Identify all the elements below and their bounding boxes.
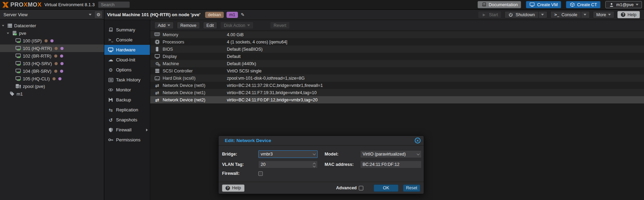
storage-icon bbox=[16, 84, 21, 89]
tree-item-vm-101[interactable]: 101 (HQ-RTR) bbox=[0, 44, 104, 52]
shutdown-button[interactable]: Shutdown bbox=[504, 11, 547, 18]
bridge-combobox[interactable]: vmbr3 bbox=[258, 150, 318, 158]
create-vm-button[interactable]: Create VM bbox=[526, 1, 561, 8]
dialog-help-button[interactable]: ? Help bbox=[222, 184, 244, 192]
add-button[interactable]: Add bbox=[154, 22, 174, 29]
documentation-button[interactable]: Documentation bbox=[478, 1, 521, 8]
ok-button[interactable]: OK bbox=[374, 184, 398, 192]
tree-item-vm-105[interactable]: 105 (HQ-CLI) bbox=[0, 75, 104, 82]
floppy-icon bbox=[108, 97, 114, 102]
console-menu-arrow[interactable] bbox=[581, 11, 586, 18]
tab-permissions[interactable]: Permissions bbox=[104, 135, 150, 145]
tab-monitor[interactable]: Monitor bbox=[104, 85, 150, 95]
top-bar: PROXMOX Virtual Environment 8.1.3 Docume… bbox=[0, 0, 644, 10]
hw-row-bios[interactable]: BIOS Default (SeaBIOS) bbox=[150, 46, 644, 53]
chevron-right-icon bbox=[146, 129, 148, 131]
tree-item-vm-100[interactable]: 100 (ISP) bbox=[0, 37, 104, 44]
gear-icon: ⚙ bbox=[108, 67, 114, 72]
tree-item-vm-102[interactable]: 102 (BR-RTR) bbox=[0, 52, 104, 60]
hw-row-hard-disk[interactable]: Hard Disk (scsi0) zpool:vm-101-disk-0,io… bbox=[150, 74, 644, 82]
tree-item-tag-m1[interactable]: m1 bbox=[0, 90, 104, 98]
tag-chip-m1: m1 bbox=[227, 12, 238, 18]
view-selector[interactable]: Server View ⚙ bbox=[0, 10, 104, 20]
tab-task-history[interactable]: Task History bbox=[104, 75, 150, 85]
advanced-checkbox[interactable] bbox=[359, 186, 363, 190]
firewall-label: Firewall: bbox=[222, 171, 258, 176]
vm-running-icon bbox=[16, 53, 21, 59]
tree-item-storage-zpool[interactable]: zpool (pve) bbox=[0, 82, 104, 90]
tag-chip-debian: debian bbox=[205, 12, 224, 18]
tag-dot bbox=[60, 54, 63, 58]
monitor-icon bbox=[108, 47, 114, 52]
hw-row-display[interactable]: Display Default bbox=[150, 53, 644, 60]
chevron-down-icon bbox=[313, 152, 316, 155]
tag-dot bbox=[54, 54, 57, 58]
close-icon[interactable]: × bbox=[415, 138, 421, 143]
memory-icon bbox=[154, 32, 160, 37]
edit-button[interactable]: Edit bbox=[203, 22, 218, 29]
mac-address-label: MAC address: bbox=[325, 162, 360, 167]
mac-address-input[interactable] bbox=[363, 162, 419, 167]
hw-row-net1[interactable]: ⇄ Network Device (net1) virtio=BC:24:11:… bbox=[150, 89, 644, 96]
spinner-arrows[interactable] bbox=[313, 162, 315, 167]
hw-row-net0[interactable]: ⇄ Network Device (net0) virtio=BC:24:11:… bbox=[150, 82, 644, 89]
shutdown-menu-arrow[interactable] bbox=[538, 11, 544, 18]
hw-row-processors[interactable]: Processors 4 (1 sockets, 4 cores) [qemu6… bbox=[150, 38, 644, 46]
hw-row-net2[interactable]: ⇄ Network Device (net2) virtio=BC:24:11:… bbox=[150, 96, 644, 103]
view-selector-label: Server View bbox=[3, 12, 86, 17]
tab-firewall[interactable]: Firewall bbox=[104, 125, 150, 135]
dialog-header[interactable]: Edit: Network Device × bbox=[219, 136, 424, 146]
start-button[interactable]: ▶ Start bbox=[478, 11, 501, 18]
mac-address-field[interactable] bbox=[360, 161, 422, 168]
expander-icon[interactable] bbox=[7, 31, 10, 35]
cube-icon bbox=[569, 2, 575, 7]
logo-text: PROXMOX bbox=[10, 1, 41, 8]
revert-button[interactable]: Revert bbox=[270, 22, 290, 29]
firewall-checkbox[interactable] bbox=[258, 171, 263, 176]
gears-icon: ⚙⚙ bbox=[154, 61, 160, 66]
sidebar-gear-button[interactable]: ⚙ bbox=[94, 11, 103, 19]
tab-hardware[interactable]: Hardware bbox=[104, 45, 150, 55]
monitor-icon bbox=[529, 2, 535, 7]
expander-icon[interactable] bbox=[2, 24, 5, 27]
tab-replication[interactable]: ⇆ Replication bbox=[104, 105, 150, 115]
user-menu-button[interactable]: m1@pve bbox=[605, 1, 642, 8]
vlan-tag-input[interactable] bbox=[261, 162, 313, 167]
tree-item-node-pve[interactable]: pve bbox=[0, 29, 104, 37]
tree-item-vm-103[interactable]: 103 (HQ-SRV) bbox=[0, 60, 104, 67]
reset-button[interactable]: Reset bbox=[403, 184, 420, 192]
proxmox-app: PROXMOX Virtual Environment 8.1.3 Docume… bbox=[0, 0, 644, 200]
terminal-icon: >_ bbox=[108, 37, 114, 42]
create-ct-button[interactable]: Create CT bbox=[566, 1, 600, 8]
hw-row-scsi-controller[interactable]: SCSI Controller VirtIO SCSI single bbox=[150, 67, 644, 74]
tree-item-vm-104[interactable]: 104 (BR-SRV) bbox=[0, 67, 104, 75]
search-input[interactable] bbox=[98, 1, 130, 8]
help-button[interactable]: ? Help bbox=[617, 11, 640, 18]
node-icon bbox=[12, 31, 17, 36]
tag-dot bbox=[60, 47, 64, 50]
edit-tags-pencil-icon[interactable]: ✎ bbox=[241, 12, 244, 17]
tab-snapshots[interactable]: ↺ Snapshots bbox=[104, 115, 150, 125]
power-icon bbox=[508, 12, 513, 17]
hw-row-machine[interactable]: ⚙⚙ Machine Default (i440fx) bbox=[150, 60, 644, 67]
hw-row-memory[interactable]: Memory 4.00 GiB bbox=[150, 31, 644, 38]
user-icon bbox=[609, 2, 614, 7]
tag-dot bbox=[54, 70, 57, 73]
tree-item-datacenter[interactable]: Datacenter bbox=[0, 22, 104, 29]
question-icon: ? bbox=[621, 12, 625, 17]
console-button[interactable]: >_ Console bbox=[550, 11, 590, 18]
remove-button[interactable]: Remove bbox=[177, 22, 200, 29]
tab-summary[interactable]: Summary bbox=[104, 25, 150, 35]
tab-cloud-init[interactable]: ☁ Cloud-Init bbox=[104, 55, 150, 65]
key-icon bbox=[108, 137, 114, 142]
tag-icon bbox=[9, 91, 15, 97]
vlan-tag-spinner[interactable] bbox=[258, 161, 318, 168]
disk-action-button[interactable]: Disk Action bbox=[220, 22, 253, 29]
tab-console[interactable]: >_ Console bbox=[104, 35, 150, 45]
model-combobox[interactable]: VirtIO (paravirtualized) bbox=[360, 150, 422, 158]
more-button[interactable]: More bbox=[593, 11, 614, 18]
vm-header-bar: Virtual Machine 101 (HQ-RTR) on node 'pv… bbox=[104, 10, 644, 20]
book-icon bbox=[481, 2, 487, 7]
tab-options[interactable]: ⚙ Options bbox=[104, 65, 150, 75]
tab-backup[interactable]: Backup bbox=[104, 95, 150, 105]
